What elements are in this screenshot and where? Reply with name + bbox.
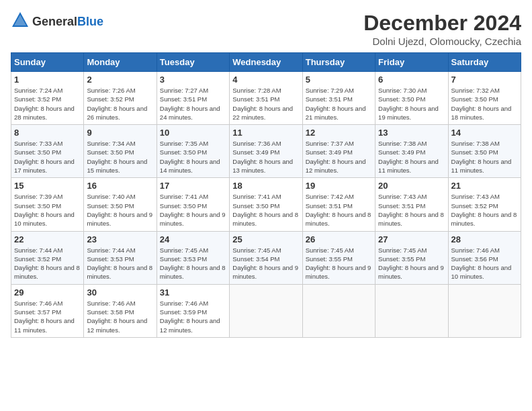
day-content: Sunrise: 7:24 AMSunset: 3:52 PMDaylight:… <box>14 86 81 122</box>
day-content: Sunrise: 7:42 AMSunset: 3:51 PMDaylight:… <box>306 192 372 228</box>
table-row: 18Sunrise: 7:41 AMSunset: 3:50 PMDayligh… <box>230 178 302 231</box>
header-cell-friday: Friday <box>375 53 448 72</box>
day-content: Sunrise: 7:41 AMSunset: 3:50 PMDaylight:… <box>232 192 299 228</box>
table-row <box>230 284 302 337</box>
table-row: 27Sunrise: 7:45 AMSunset: 3:55 PMDayligh… <box>375 231 448 284</box>
table-row: 13Sunrise: 7:38 AMSunset: 3:49 PMDayligh… <box>375 125 448 178</box>
table-row: 31Sunrise: 7:46 AMSunset: 3:59 PMDayligh… <box>157 284 229 337</box>
table-row: 26Sunrise: 7:45 AMSunset: 3:55 PMDayligh… <box>302 231 375 284</box>
day-content: Sunrise: 7:38 AMSunset: 3:49 PMDaylight:… <box>378 139 445 175</box>
table-row: 22Sunrise: 7:44 AMSunset: 3:52 PMDayligh… <box>11 231 84 284</box>
day-content: Sunrise: 7:46 AMSunset: 3:56 PMDaylight:… <box>451 246 518 281</box>
week-row-4: 22Sunrise: 7:44 AMSunset: 3:52 PMDayligh… <box>11 231 521 284</box>
day-content: Sunrise: 7:28 AMSunset: 3:51 PMDaylight:… <box>232 86 299 122</box>
calendar-table: SundayMondayTuesdayWednesdayThursdayFrid… <box>11 52 521 338</box>
day-content: Sunrise: 7:45 AMSunset: 3:55 PMDaylight:… <box>306 246 372 281</box>
calendar-title: December 2024 <box>363 11 521 36</box>
table-row: 8Sunrise: 7:33 AMSunset: 3:50 PMDaylight… <box>11 125 84 178</box>
day-number: 19 <box>306 181 372 191</box>
table-row: 12Sunrise: 7:37 AMSunset: 3:49 PMDayligh… <box>302 125 375 178</box>
header-cell-thursday: Thursday <box>302 53 375 72</box>
table-row: 20Sunrise: 7:43 AMSunset: 3:51 PMDayligh… <box>375 178 448 231</box>
day-number: 3 <box>160 75 226 85</box>
day-number: 30 <box>87 287 153 298</box>
table-row <box>448 284 521 337</box>
header-cell-saturday: Saturday <box>448 53 521 72</box>
day-number: 22 <box>14 234 81 244</box>
day-number: 25 <box>232 234 299 244</box>
day-content: Sunrise: 7:30 AMSunset: 3:50 PMDaylight:… <box>378 86 445 122</box>
logo-general: General <box>32 15 77 28</box>
day-content: Sunrise: 7:41 AMSunset: 3:50 PMDaylight:… <box>160 192 226 228</box>
table-row: 17Sunrise: 7:41 AMSunset: 3:50 PMDayligh… <box>157 178 229 231</box>
table-row <box>302 284 375 337</box>
header-cell-monday: Monday <box>84 53 157 72</box>
table-row: 9Sunrise: 7:34 AMSunset: 3:50 PMDaylight… <box>84 125 157 178</box>
header: GeneralBlue December 2024 Dolni Ujezd, O… <box>11 11 521 47</box>
table-row: 28Sunrise: 7:46 AMSunset: 3:56 PMDayligh… <box>448 231 521 284</box>
day-content: Sunrise: 7:39 AMSunset: 3:50 PMDaylight:… <box>14 192 81 228</box>
day-number: 12 <box>306 128 372 138</box>
table-row: 24Sunrise: 7:45 AMSunset: 3:53 PMDayligh… <box>157 231 229 284</box>
week-row-3: 15Sunrise: 7:39 AMSunset: 3:50 PMDayligh… <box>11 178 521 231</box>
day-content: Sunrise: 7:43 AMSunset: 3:52 PMDaylight:… <box>451 192 518 228</box>
day-content: Sunrise: 7:46 AMSunset: 3:57 PMDaylight:… <box>14 299 81 334</box>
table-row: 6Sunrise: 7:30 AMSunset: 3:50 PMDaylight… <box>375 72 448 125</box>
day-content: Sunrise: 7:44 AMSunset: 3:53 PMDaylight:… <box>87 246 153 281</box>
day-content: Sunrise: 7:27 AMSunset: 3:51 PMDaylight:… <box>160 86 226 122</box>
table-row: 23Sunrise: 7:44 AMSunset: 3:53 PMDayligh… <box>84 231 157 284</box>
day-number: 31 <box>160 287 226 298</box>
table-row: 21Sunrise: 7:43 AMSunset: 3:52 PMDayligh… <box>448 178 521 231</box>
day-number: 23 <box>87 234 153 244</box>
table-row: 25Sunrise: 7:45 AMSunset: 3:54 PMDayligh… <box>230 231 302 284</box>
table-row: 30Sunrise: 7:46 AMSunset: 3:58 PMDayligh… <box>84 284 157 337</box>
day-number: 1 <box>14 75 81 85</box>
day-content: Sunrise: 7:34 AMSunset: 3:50 PMDaylight:… <box>87 139 153 175</box>
day-content: Sunrise: 7:32 AMSunset: 3:50 PMDaylight:… <box>451 86 518 122</box>
header-cell-sunday: Sunday <box>11 53 84 72</box>
day-content: Sunrise: 7:36 AMSunset: 3:49 PMDaylight:… <box>232 139 299 175</box>
day-number: 18 <box>232 181 299 191</box>
day-content: Sunrise: 7:45 AMSunset: 3:53 PMDaylight:… <box>160 246 226 281</box>
table-row: 10Sunrise: 7:35 AMSunset: 3:50 PMDayligh… <box>157 125 229 178</box>
header-cell-tuesday: Tuesday <box>157 53 229 72</box>
day-number: 15 <box>14 181 81 191</box>
logo-blue: Blue <box>77 15 103 28</box>
table-row: 7Sunrise: 7:32 AMSunset: 3:50 PMDaylight… <box>448 72 521 125</box>
day-content: Sunrise: 7:35 AMSunset: 3:50 PMDaylight:… <box>160 139 226 175</box>
week-row-1: 1Sunrise: 7:24 AMSunset: 3:52 PMDaylight… <box>11 72 521 125</box>
day-content: Sunrise: 7:46 AMSunset: 3:58 PMDaylight:… <box>87 299 153 334</box>
day-content: Sunrise: 7:45 AMSunset: 3:55 PMDaylight:… <box>378 246 445 281</box>
day-number: 24 <box>160 234 226 244</box>
table-row: 16Sunrise: 7:40 AMSunset: 3:50 PMDayligh… <box>84 178 157 231</box>
day-number: 13 <box>378 128 445 138</box>
day-number: 16 <box>87 181 153 191</box>
day-number: 21 <box>451 181 518 191</box>
table-row: 2Sunrise: 7:26 AMSunset: 3:52 PMDaylight… <box>84 72 157 125</box>
day-content: Sunrise: 7:29 AMSunset: 3:51 PMDaylight:… <box>306 86 372 122</box>
logo-text: GeneralBlue <box>32 15 103 28</box>
day-content: Sunrise: 7:40 AMSunset: 3:50 PMDaylight:… <box>87 192 153 228</box>
day-number: 27 <box>378 234 445 244</box>
day-content: Sunrise: 7:26 AMSunset: 3:52 PMDaylight:… <box>87 86 153 122</box>
day-number: 11 <box>232 128 299 138</box>
day-number: 26 <box>306 234 372 244</box>
table-row: 5Sunrise: 7:29 AMSunset: 3:51 PMDaylight… <box>302 72 375 125</box>
table-row: 29Sunrise: 7:46 AMSunset: 3:57 PMDayligh… <box>11 284 84 337</box>
day-number: 5 <box>306 75 372 85</box>
day-number: 4 <box>232 75 299 85</box>
week-row-2: 8Sunrise: 7:33 AMSunset: 3:50 PMDaylight… <box>11 125 521 178</box>
table-row <box>375 284 448 337</box>
day-number: 17 <box>160 181 226 191</box>
day-number: 28 <box>451 234 518 244</box>
table-row: 4Sunrise: 7:28 AMSunset: 3:51 PMDaylight… <box>230 72 302 125</box>
day-content: Sunrise: 7:45 AMSunset: 3:54 PMDaylight:… <box>232 246 299 281</box>
day-content: Sunrise: 7:44 AMSunset: 3:52 PMDaylight:… <box>14 246 81 281</box>
day-number: 10 <box>160 128 226 138</box>
day-content: Sunrise: 7:46 AMSunset: 3:59 PMDaylight:… <box>160 299 226 334</box>
day-number: 8 <box>14 128 81 138</box>
table-row: 15Sunrise: 7:39 AMSunset: 3:50 PMDayligh… <box>11 178 84 231</box>
day-content: Sunrise: 7:37 AMSunset: 3:49 PMDaylight:… <box>306 139 372 175</box>
day-number: 9 <box>87 128 153 138</box>
week-row-5: 29Sunrise: 7:46 AMSunset: 3:57 PMDayligh… <box>11 284 521 337</box>
